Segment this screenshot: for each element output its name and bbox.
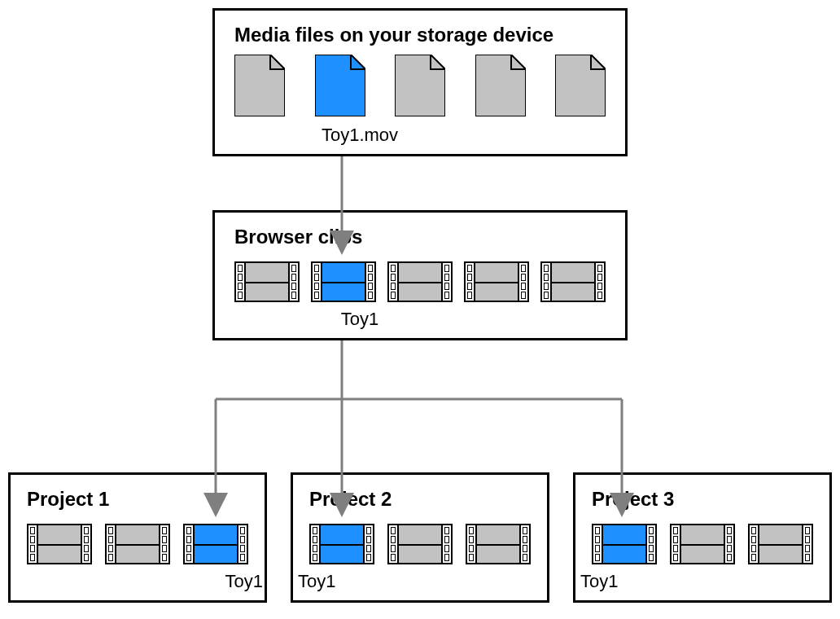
film-icon bbox=[464, 261, 529, 302]
browser-clips-box: Browser clips bbox=[212, 210, 628, 340]
film-icon bbox=[105, 524, 170, 564]
film-icon bbox=[540, 261, 606, 302]
project-clip-label: Toy1 bbox=[298, 571, 379, 592]
film-icon bbox=[466, 524, 531, 564]
film-icon bbox=[670, 524, 735, 564]
film-icon bbox=[27, 524, 92, 564]
media-files-box: Media files on your storage device Toy1.… bbox=[212, 8, 628, 156]
film-icon bbox=[234, 261, 300, 302]
project-clips-row bbox=[309, 524, 531, 564]
film-icon bbox=[309, 524, 374, 564]
project-clips-row bbox=[27, 524, 248, 564]
file-icon bbox=[315, 55, 365, 120]
diagram-stage: Media files on your storage device Toy1.… bbox=[0, 0, 840, 619]
film-icon bbox=[311, 261, 376, 302]
file-icon bbox=[555, 55, 606, 120]
svg-marker-4 bbox=[555, 55, 606, 116]
project-clip-label: Toy1 bbox=[182, 571, 263, 592]
media-files-row bbox=[234, 58, 606, 120]
project-title: Project 3 bbox=[592, 488, 813, 511]
file-icon bbox=[234, 55, 285, 120]
browser-clips-row bbox=[234, 261, 606, 302]
file-icon bbox=[475, 55, 526, 120]
svg-marker-2 bbox=[395, 55, 445, 116]
film-icon bbox=[592, 524, 657, 564]
film-icon bbox=[387, 524, 453, 564]
project-box-3: Project 3 Toy1 bbox=[573, 472, 832, 603]
film-icon bbox=[387, 261, 453, 302]
project-clip-label: Toy1 bbox=[580, 571, 662, 592]
project-box-2: Project 2 Toy1 bbox=[291, 472, 549, 603]
svg-marker-1 bbox=[315, 55, 365, 116]
browser-clips-title: Browser clips bbox=[234, 226, 606, 248]
media-files-title: Media files on your storage device bbox=[234, 24, 606, 46]
project-box-1: Project 1 Toy1 bbox=[8, 472, 267, 603]
project-title: Project 2 bbox=[309, 488, 531, 511]
film-icon bbox=[748, 524, 813, 564]
svg-marker-3 bbox=[475, 55, 526, 116]
file-icon bbox=[395, 55, 445, 120]
project-title: Project 1 bbox=[27, 488, 248, 511]
film-icon bbox=[183, 524, 248, 564]
media-file-label: Toy1.mov bbox=[319, 125, 400, 146]
project-clips-row bbox=[592, 524, 813, 564]
browser-clip-label: Toy1 bbox=[319, 309, 400, 330]
svg-marker-0 bbox=[234, 55, 285, 116]
